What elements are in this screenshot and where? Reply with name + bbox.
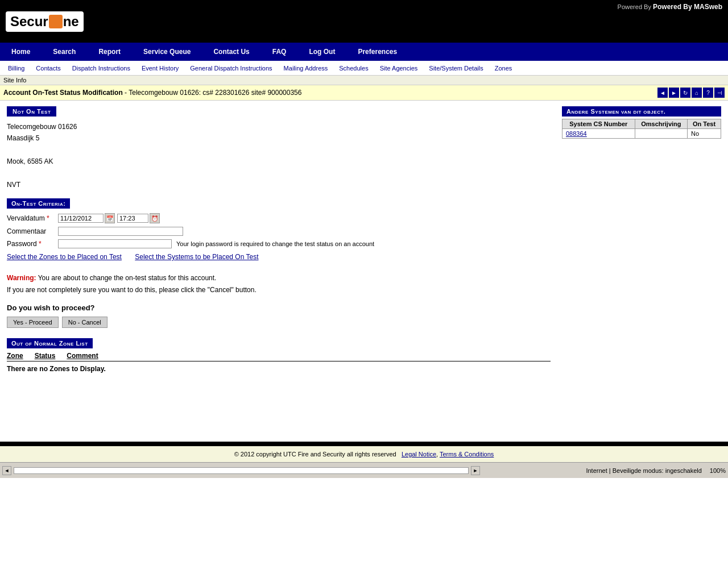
site-info-label: Site Info <box>3 77 26 84</box>
scrollbar[interactable] <box>14 467 469 474</box>
status-bar-left: ◄ ► <box>2 466 480 475</box>
legal-notice-link[interactable]: Legal Notice <box>402 451 436 458</box>
vervaldatum-date-input[interactable] <box>58 214 104 223</box>
required-marker2: * <box>39 240 42 248</box>
zone-col-status[interactable]: Status <box>35 352 56 360</box>
address-line6: NVT <box>7 179 551 190</box>
status-bar: ◄ ► Internet | Beveiligde modus: ingesch… <box>0 462 728 478</box>
nav-forward-icon[interactable]: ► <box>669 88 679 98</box>
other-systems-header: Andere Systemen van dit object. <box>562 106 721 117</box>
select-zones-link[interactable]: Select the Zones to be Placed on Test <box>7 253 122 261</box>
terms-link[interactable]: Terms & Conditions <box>440 451 494 458</box>
select-systems-link[interactable]: Select the Systems to be Placed On Test <box>135 253 258 261</box>
subnav-schedules[interactable]: Schedules <box>333 65 374 72</box>
nav-service-queue[interactable]: Service Queue <box>132 43 202 61</box>
proceed-buttons: Yes - Proceed No - Cancel <box>7 317 551 328</box>
site-info-bar: Site Info <box>0 76 728 85</box>
two-column-layout: Not On Test Telecomgebouw 01626 Maasdijk… <box>7 106 721 373</box>
nav-report[interactable]: Report <box>87 43 132 61</box>
cs-number-link[interactable]: 088364 <box>566 130 587 137</box>
commentaar-row: Commentaar <box>7 227 551 236</box>
zone-section: Out of Normal Zone List Zone Status Comm… <box>7 338 551 373</box>
scroll-right-btn[interactable]: ► <box>471 466 480 475</box>
sub-nav: Billing Contacts Dispatch Instructions E… <box>0 61 728 76</box>
warning-message: Warning: You are about to change the on-… <box>7 272 551 296</box>
col-cs-number: System CS Number <box>562 119 635 129</box>
scroll-left-btn[interactable]: ◄ <box>2 466 11 475</box>
password-input[interactable] <box>58 239 172 248</box>
subnav-zones[interactable]: Zones <box>489 65 518 72</box>
yes-proceed-button[interactable]: Yes - Proceed <box>7 317 59 328</box>
address-line1: Telecomgebouw 01626 <box>7 121 551 132</box>
warning-line2: If you are not completely sure you want … <box>7 286 257 294</box>
nav-faq[interactable]: FAQ <box>261 43 298 61</box>
warning-label: Warning: <box>7 274 36 282</box>
subnav-contacts[interactable]: Contacts <box>30 65 66 72</box>
other-systems-table: System CS Number Omschrijving On Test 08… <box>562 119 721 139</box>
subnav-general-dispatch[interactable]: General Dispatch Instructions <box>184 65 278 72</box>
criteria-header: On-Test Criteria: <box>7 198 70 209</box>
no-zones-message: There are no Zones to Display. <box>7 365 551 373</box>
commentaar-input[interactable] <box>58 227 183 236</box>
address-line5 <box>7 168 551 179</box>
on-test-cell: No <box>688 129 721 139</box>
no-cancel-button[interactable]: No - Cancel <box>62 317 107 328</box>
zone-table-header: Zone Status Comment <box>7 352 551 361</box>
logo: Secur ne <box>6 11 84 32</box>
nav-log-out[interactable]: Log Out <box>297 43 346 61</box>
subnav-site-system-details[interactable]: Site/System Details <box>423 65 489 72</box>
proceed-section: Do you wish to proceed? Yes - Proceed No… <box>7 304 551 328</box>
nav-back-icon[interactable]: ◄ <box>657 88 668 98</box>
nav-home[interactable]: Home <box>0 43 42 61</box>
warning-section: Warning: You are about to change the on-… <box>7 272 551 296</box>
zone-col-comment[interactable]: Comment <box>67 352 98 360</box>
address-line3 <box>7 144 551 156</box>
cs-number-cell: 088364 <box>562 129 635 139</box>
warning-line1: You are about to change the on-test stat… <box>38 274 217 282</box>
footer-black-bar <box>0 442 728 446</box>
address-line4: Mook, 6585 AK <box>7 156 551 167</box>
subnav-dispatch-instructions[interactable]: Dispatch Instructions <box>67 65 136 72</box>
nav-contact-us[interactable]: Contact Us <box>202 43 260 61</box>
col-omschrijving: Omschrijving <box>635 119 687 129</box>
subnav-billing[interactable]: Billing <box>2 65 30 72</box>
page-title: Account On-Test Status Modification - Te… <box>3 89 301 97</box>
logo-orange-square <box>49 15 63 28</box>
main-nav: Home Search Report Service Queue Contact… <box>0 43 728 61</box>
page-title-detail: - Telecomgebouw 01626: cs# 228301626 sit… <box>123 89 302 97</box>
criteria-section: On-Test Criteria: Vervaldatum * 📅 ⏰ Comm… <box>7 198 551 261</box>
status-bar-right: Internet | Beveiligde modus: ingeschakel… <box>586 467 726 474</box>
top-header: Secur ne Powered By Powered By MASweb <box>0 0 728 43</box>
password-label: Password * <box>7 240 58 248</box>
vervaldatum-time-input[interactable] <box>117 214 148 223</box>
address-block: Telecomgebouw 01626 Maasdijk 5 Mook, 658… <box>7 121 551 190</box>
clock-icon[interactable]: ⏰ <box>150 213 160 223</box>
page-title-main: Account On-Test Status Modification <box>3 89 123 97</box>
nav-icons: ◄ ► ↻ ⌂ ? ⊣ <box>657 88 725 98</box>
not-on-test-button[interactable]: Not On Test <box>7 106 56 117</box>
nav-refresh-icon[interactable]: ↻ <box>680 88 690 98</box>
nav-home-icon[interactable]: ⌂ <box>692 88 702 98</box>
main-content: Not On Test Telecomgebouw 01626 Maasdijk… <box>0 101 728 442</box>
nav-end-icon[interactable]: ⊣ <box>714 88 725 98</box>
zone-header: Out of Normal Zone List <box>7 338 93 348</box>
omschrijving-cell <box>635 129 687 139</box>
nav-search[interactable]: Search <box>42 43 87 61</box>
table-row: 088364 No <box>562 129 721 139</box>
subnav-site-agencies[interactable]: Site Agencies <box>374 65 424 72</box>
subnav-event-history[interactable]: Event History <box>136 65 184 72</box>
right-column: Andere Systemen van dit object. System C… <box>562 106 721 373</box>
logo-one: ne <box>63 14 79 30</box>
zone-col-zone[interactable]: Zone <box>7 352 23 360</box>
footer-content: © 2012 copyright UTC Fire and Security a… <box>0 446 728 462</box>
zoom-level: 100% <box>710 467 726 474</box>
copyright-text: © 2012 copyright UTC Fire and Security a… <box>234 451 396 458</box>
nav-help-icon[interactable]: ? <box>703 88 713 98</box>
calendar-icon[interactable]: 📅 <box>105 213 115 223</box>
subnav-mailing-address[interactable]: Mailing Address <box>278 65 334 72</box>
commentaar-label: Commentaar <box>7 227 58 235</box>
nav-preferences[interactable]: Preferences <box>346 43 408 61</box>
required-marker: * <box>47 214 49 222</box>
left-column: Not On Test Telecomgebouw 01626 Maasdijk… <box>7 106 551 373</box>
password-row: Password * Your login password is requir… <box>7 239 551 248</box>
